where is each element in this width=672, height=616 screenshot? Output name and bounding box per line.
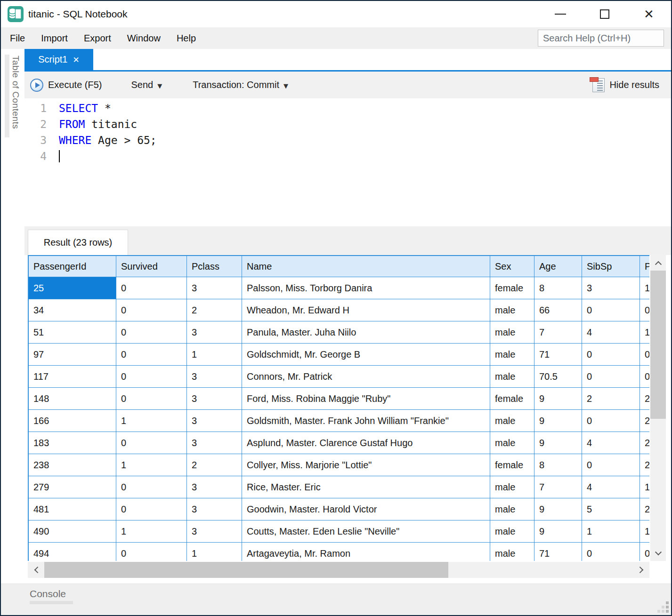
grid-cell[interactable]: 66 (534, 299, 582, 321)
vertical-scrollbar-thumb[interactable] (650, 271, 666, 419)
grid-cell[interactable]: Wheadon, Mr. Edward H (242, 299, 490, 321)
grid-cell[interactable]: 183 (29, 432, 116, 454)
grid-cell[interactable]: 279 (29, 476, 116, 498)
search-help-input[interactable] (538, 30, 664, 47)
grid-cell[interactable]: 117 (29, 366, 116, 388)
grid-cell[interactable]: 3 (187, 321, 242, 344)
grid-cell[interactable]: 0 (640, 543, 650, 561)
grid-cell[interactable]: 0 (116, 476, 187, 498)
grid-cell[interactable]: 4 (582, 321, 640, 344)
horizontal-scrollbar-thumb[interactable] (44, 562, 448, 578)
grid-cell[interactable]: Coutts, Master. Eden Leslie "Neville" (242, 520, 490, 543)
grid-cell[interactable]: 0 (640, 344, 650, 366)
tab-close-icon[interactable]: ✕ (73, 55, 80, 64)
grid-cell[interactable]: 1 (640, 476, 650, 498)
sql-editor[interactable]: 1SELECT *2FROM titanic3WHERE Age > 65;4 (24, 98, 671, 226)
grid-cell[interactable]: 148 (29, 388, 116, 410)
grid-cell[interactable]: male (490, 432, 534, 454)
grid-cell[interactable]: 0 (582, 366, 640, 388)
grid-cell[interactable]: male (490, 344, 534, 366)
grid-cell[interactable]: 0 (640, 366, 650, 388)
grid-cell[interactable]: 0 (582, 299, 640, 321)
resize-grip-icon[interactable] (656, 601, 669, 614)
menu-export[interactable]: Export (76, 29, 119, 48)
grid-cell[interactable]: 1 (640, 520, 650, 543)
grid-cell[interactable]: 3 (187, 476, 242, 498)
grid-cell[interactable]: 3 (582, 277, 640, 299)
grid-cell[interactable]: 70.5 (534, 366, 582, 388)
grid-cell[interactable]: 1 (187, 344, 242, 366)
menu-help[interactable]: Help (169, 29, 204, 48)
column-header-name[interactable]: Name (242, 256, 490, 277)
grid-cell[interactable]: 0 (582, 410, 640, 432)
grid-cell[interactable]: male (490, 321, 534, 344)
grid-cell[interactable]: 9 (534, 410, 582, 432)
scroll-right-button[interactable] (633, 562, 649, 578)
grid-cell[interactable]: male (490, 366, 534, 388)
grid-cell[interactable]: male (490, 498, 534, 520)
grid-cell[interactable]: 71 (534, 543, 582, 561)
grid-cell[interactable]: 9 (534, 388, 582, 410)
send-dropdown[interactable]: Send ▼ (131, 80, 162, 90)
grid-cell[interactable]: 2 (640, 432, 650, 454)
grid-cell[interactable]: male (490, 410, 534, 432)
grid-cell[interactable]: female (490, 388, 534, 410)
editor-line-3[interactable]: 3WHERE Age > 65; (24, 132, 671, 148)
grid-cell[interactable]: 0 (582, 543, 640, 561)
result-tab[interactable]: Result (23 rows) (28, 230, 128, 255)
column-header-passengerid[interactable]: PassengerId (29, 256, 116, 277)
grid-cell[interactable]: Asplund, Master. Clarence Gustaf Hugo (242, 432, 490, 454)
scroll-left-button[interactable] (28, 562, 44, 578)
grid-cell[interactable]: 490 (29, 520, 116, 543)
grid-cell[interactable]: 2 (187, 299, 242, 321)
console-link[interactable]: Console (30, 588, 66, 600)
grid-cell[interactable]: 0 (116, 432, 187, 454)
grid-cell[interactable]: 0 (116, 498, 187, 520)
grid-cell[interactable]: 2 (640, 410, 650, 432)
grid-cell[interactable]: 238 (29, 454, 116, 476)
grid-cell[interactable]: 0 (116, 388, 187, 410)
hide-results-button[interactable]: Hide results (592, 78, 659, 92)
grid-cell[interactable]: 7 (534, 476, 582, 498)
grid-cell[interactable]: 51 (29, 321, 116, 344)
grid-cell[interactable]: 0 (116, 321, 187, 344)
grid-cell[interactable]: 2 (640, 498, 650, 520)
grid-cell[interactable]: 1 (116, 520, 187, 543)
grid-cell[interactable]: Panula, Master. Juha Niilo (242, 321, 490, 344)
transaction-dropdown[interactable]: Transaction: Commit ▼ (193, 80, 288, 90)
grid-cell[interactable]: 97 (29, 344, 116, 366)
table-of-contents-strip[interactable]: Table of Contents (1, 49, 24, 584)
grid-cell[interactable]: 2 (640, 454, 650, 476)
column-header-parch[interactable]: Parch (640, 256, 650, 277)
column-header-survived[interactable]: Survived (116, 256, 187, 277)
grid-cell[interactable]: 1 (582, 520, 640, 543)
grid-cell[interactable]: 0 (116, 543, 187, 561)
grid-cell[interactable]: female (490, 277, 534, 299)
tab-script1[interactable]: Script1 ✕ (24, 49, 93, 70)
close-button[interactable]: ✕ (641, 6, 657, 22)
minimize-button[interactable] (552, 6, 568, 22)
grid-cell[interactable]: Artagaveytia, Mr. Ramon (242, 543, 490, 561)
column-header-sex[interactable]: Sex (490, 256, 534, 277)
grid-cell[interactable]: 3 (187, 432, 242, 454)
grid-cell[interactable]: 71 (534, 344, 582, 366)
column-header-age[interactable]: Age (534, 256, 582, 277)
grid-cell[interactable]: 8 (534, 277, 582, 299)
grid-cell[interactable]: 3 (187, 388, 242, 410)
grid-cell[interactable]: male (490, 476, 534, 498)
grid-cell[interactable]: 0 (116, 299, 187, 321)
grid-cell[interactable]: 1 (116, 410, 187, 432)
scroll-up-button[interactable] (650, 255, 666, 271)
grid-cell[interactable]: 4 (582, 476, 640, 498)
column-header-pclass[interactable]: Pclass (187, 256, 242, 277)
grid-cell[interactable]: 9 (534, 520, 582, 543)
grid-cell[interactable]: 2 (187, 454, 242, 476)
grid-cell[interactable]: Rice, Master. Eric (242, 476, 490, 498)
grid-cell[interactable]: 0 (582, 454, 640, 476)
column-header-sibsp[interactable]: SibSp (582, 256, 640, 277)
grid-cell-selected[interactable]: 25 (29, 277, 116, 299)
editor-line-1[interactable]: 1SELECT * (24, 100, 671, 116)
grid-cell[interactable]: 166 (29, 410, 116, 432)
grid-cell[interactable]: Connors, Mr. Patrick (242, 366, 490, 388)
maximize-button[interactable] (597, 6, 613, 22)
